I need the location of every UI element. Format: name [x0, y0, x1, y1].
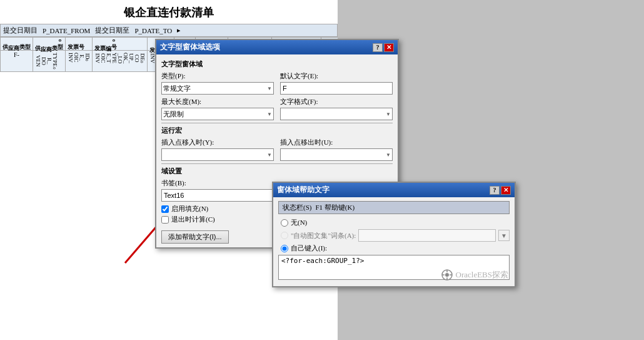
- section-divider-2: [161, 163, 393, 164]
- oracle-logo-icon: [441, 269, 453, 281]
- col-header: 供应商类型: [1, 38, 33, 51]
- default-text-input[interactable]: [280, 82, 393, 95]
- form-row-macros: 插入点移入时(Y): ▼ 插入点移出时(U): ▼: [161, 138, 393, 161]
- dialog-titlebar-buttons: ? ✕: [373, 43, 394, 52]
- f1-help-label: F1 帮助键(K): [315, 203, 355, 212]
- max-length-arrow: ▼: [267, 111, 272, 117]
- dialog-title: 文字型窗体域选项: [160, 42, 220, 53]
- section-divider-1: [161, 123, 393, 123]
- on-exit-arrow: ▼: [386, 152, 391, 158]
- header-date-from-label: 提交日期目: [3, 26, 38, 35]
- svg-point-3: [445, 273, 449, 277]
- add-help-text-button[interactable]: 添加帮助文字(I)...: [161, 230, 229, 244]
- report-header-bar: 提交日期目 P_DATE_FROM 提交日期至 P_DATE_TO ▸: [0, 24, 338, 37]
- calc-on-exit-label: 退出时计算(C): [171, 215, 215, 224]
- table-cell: INVOICE_ID₀: [66, 51, 93, 72]
- oracle-watermark-text: OracleEBS探索: [456, 269, 508, 281]
- form-col-default: 默认文字(E):: [280, 71, 393, 95]
- form-col-exit: 插入点移出时(U): ▼: [280, 138, 393, 161]
- on-entry-arrow: ▼: [267, 152, 272, 158]
- help-dialog-help-btn[interactable]: ?: [490, 186, 500, 195]
- type-select[interactable]: 常规文字 ▼: [161, 82, 274, 95]
- max-length-label: 最大长度(M):: [161, 97, 274, 106]
- radio-none-label: 无(N): [291, 218, 307, 227]
- on-exit-select[interactable]: ▼: [280, 148, 393, 161]
- header-date-to-value: P_DATE_TO: [134, 27, 172, 34]
- help-dialog-title: 窗体域帮助文字: [277, 185, 330, 195]
- form-col-entry: 插入点移入时(Y): ▼: [161, 138, 274, 161]
- status-bar-label: 状态栏(S): [283, 203, 311, 212]
- dialog-close-btn[interactable]: ✕: [384, 43, 394, 52]
- text-format-arrow: ▼: [386, 111, 391, 117]
- report-title: 银企直连付款清单: [0, 0, 338, 24]
- form-col-type: 类型(P): 常规文字 ▼: [161, 71, 274, 95]
- form-col-text-format: 文字格式(F): ▼: [280, 97, 393, 120]
- header-date-from-value: P_DATE_FROM: [43, 27, 90, 34]
- type-value: 常规文字: [163, 84, 191, 93]
- type-select-arrow: ▼: [267, 86, 272, 91]
- self-type-label: 自己键入(I):: [291, 244, 327, 253]
- max-length-value: 无限制: [163, 110, 184, 119]
- help-section-header: 状态栏(S) F1 帮助键(K): [278, 201, 510, 214]
- calc-on-exit-checkbox[interactable]: [161, 216, 169, 224]
- help-dialog: 窗体域帮助文字 ? ✕ 状态栏(S) F1 帮助键(K) 无(N) "自动图文集…: [272, 182, 516, 287]
- radio-none-row: 无(N): [278, 218, 510, 227]
- header-ellipsis: ▸: [177, 26, 181, 34]
- dialog-titlebar: 文字型窗体域选项 ? ✕: [156, 40, 398, 54]
- form-row-type: 类型(P): 常规文字 ▼ 默认文字(E):: [161, 71, 393, 95]
- radio-none[interactable]: [281, 219, 288, 227]
- field-settings-header: 域设置: [161, 167, 393, 176]
- run-macro-header: 运行宏: [161, 126, 393, 135]
- type-label: 类型(P):: [161, 71, 274, 81]
- enable-fill-checkbox[interactable]: [161, 205, 169, 213]
- help-dialog-body: 状态栏(S) F1 帮助键(K) 无(N) "自动图文集"词条(A): ▼ 自己…: [273, 197, 515, 286]
- form-row-maxlen: 最大长度(M): 无限制 ▼ 文字格式(F): ▼: [161, 97, 393, 120]
- oracle-watermark: OracleEBS探索: [441, 269, 508, 281]
- form-col-maxlen: 最大长度(M): 无限制 ▼: [161, 97, 274, 120]
- max-length-select[interactable]: 无限制 ▼: [161, 108, 274, 120]
- auto-text-input[interactable]: [358, 229, 496, 242]
- radio-self-type[interactable]: [281, 245, 288, 252]
- radio-auto-text[interactable]: [281, 232, 288, 239]
- auto-text-label: "自动图文集"词条(A):: [291, 231, 356, 240]
- dialog-help-btn[interactable]: ?: [373, 43, 383, 52]
- on-exit-label: 插入点移出时(U):: [280, 138, 393, 147]
- table-cell: INVOICE_TYPE_LOOK_UP_CODE₀: [93, 51, 148, 72]
- help-dialog-titlebar: 窗体域帮助文字 ? ✕: [273, 183, 515, 197]
- self-type-radio-row: 自己键入(I):: [278, 244, 510, 253]
- table-cell: F-: [1, 51, 33, 72]
- auto-text-select-btn: ▼: [498, 230, 510, 241]
- col-header: 发票号: [66, 38, 93, 51]
- help-dialog-close-btn[interactable]: ✕: [501, 186, 511, 195]
- col-header: 供应商类型₀: [33, 38, 66, 51]
- enable-fill-label: 启用填充(N): [171, 204, 208, 214]
- col-header: 发票编号₀: [93, 38, 148, 51]
- text-format-select[interactable]: ▼: [280, 108, 393, 120]
- table-cell: VENDOR_TYPE₀: [33, 51, 66, 72]
- header-date-to-label: 提交日期至: [95, 26, 129, 35]
- section-text-field-header: 文字型窗体域: [161, 59, 393, 69]
- on-entry-label: 插入点移入时(Y):: [161, 138, 274, 147]
- auto-text-row: "自动图文集"词条(A): ▼: [278, 229, 510, 242]
- on-entry-select[interactable]: ▼: [161, 148, 274, 161]
- help-titlebar-buttons: ? ✕: [490, 186, 511, 195]
- text-format-label: 文字格式(F):: [280, 97, 393, 106]
- default-text-label: 默认文字(E):: [280, 71, 393, 81]
